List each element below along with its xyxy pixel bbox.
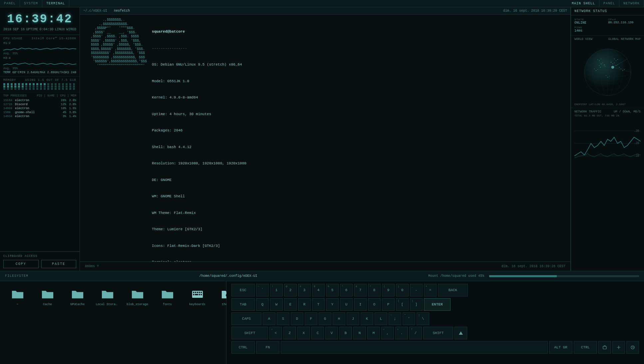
key-7[interactable]: &7 (354, 284, 367, 296)
key-m[interactable]: M (367, 327, 380, 339)
tilde-key[interactable]: ~` (256, 284, 269, 296)
cpu-core1-label: #1-2 (3, 42, 76, 45)
key-l[interactable]: L (375, 312, 387, 325)
file-item-localstorage[interactable]: Local Storage (97, 286, 118, 306)
key-d[interactable]: D (291, 312, 303, 325)
key-6[interactable]: ^6 (340, 284, 353, 296)
key-8[interactable]: *8 (368, 284, 381, 296)
alt-gr-key[interactable]: ALT GR (549, 341, 572, 354)
file-item-blobstorage[interactable]: blob_storage (127, 286, 148, 306)
network-status-header: NETWORK STATUS (571, 7, 644, 15)
bracket-open-key[interactable]: {[ (396, 298, 409, 311)
key-x[interactable]: X (297, 327, 310, 339)
svg-rect-48 (198, 291, 200, 293)
key-1[interactable]: !1 (270, 284, 283, 296)
left-panel: 16:39:42 2018 SEP 16 UPTIME 0:04:30 LINU… (0, 7, 80, 271)
key-j[interactable]: J (347, 312, 359, 325)
svg-point-22 (621, 69, 621, 69)
key-0[interactable]: )0 (396, 284, 409, 296)
ctrl-left-key[interactable]: CTRL (231, 341, 255, 354)
key-z[interactable]: Z (283, 327, 296, 339)
proc-row: 12715Discord12%2.8% (3, 103, 76, 106)
fn-key[interactable]: FN (256, 341, 279, 354)
up-key[interactable] (455, 327, 467, 339)
key-i[interactable]: I (354, 298, 367, 311)
key-a[interactable]: A (263, 312, 275, 325)
caps-key[interactable]: CAPS (231, 312, 261, 325)
key-s[interactable]: S (277, 312, 289, 325)
equals-key[interactable]: += (424, 284, 437, 296)
file-browser[interactable]: ~ Cache GPUCache Local Storage (0, 281, 226, 364)
key-t[interactable]: T (312, 298, 325, 311)
terminal-body[interactable]: .,$$$$$$$,. .,$$$$$$$$$$$$. ,$$$$P*' '""… (80, 15, 570, 262)
slash-key[interactable]: ?/ (409, 327, 422, 339)
special-key-2[interactable] (612, 341, 625, 354)
key-5[interactable]: %5 (326, 284, 339, 296)
date-row: 2018 SEP 16 UPTIME 0:04:30 LINUX WIRED (3, 28, 76, 31)
bracket-close-key[interactable]: }] (410, 298, 423, 311)
file-item-gpucache[interactable]: GPUCache (67, 286, 88, 306)
neofetch-art: .,$$$$$$$,. .,$$$$$$$$$$$$. ,$$$$P*' '""… (85, 18, 147, 262)
key-3[interactable]: #3 (298, 284, 311, 296)
key-v[interactable]: V (325, 327, 338, 339)
world-view-header: WORLD VIEW GLOBAL NETWORK MAP (574, 38, 641, 41)
proc-row: 14934electron3%1.4% (3, 115, 76, 118)
angle-key[interactable]: >< (269, 327, 282, 339)
key-p[interactable]: P (382, 298, 395, 311)
key-f[interactable]: F (305, 312, 317, 325)
space-key[interactable] (281, 341, 548, 354)
quote-key[interactable]: "' (403, 312, 415, 325)
file-item-home[interactable]: ~ (7, 286, 28, 306)
shift-left-key[interactable]: SHIFT (231, 327, 268, 339)
kb-row-5: CTRL FN ALT GR CTRL (231, 341, 639, 354)
key-w[interactable]: W (270, 298, 283, 311)
file-item-fonts[interactable]: fonts (157, 286, 178, 306)
key-e[interactable]: E (284, 298, 297, 311)
backspace-key[interactable]: BACK (438, 284, 468, 296)
svg-text:.20: .20 (634, 141, 639, 145)
copy-button[interactable]: COPY (3, 260, 39, 268)
file-item-keyboards[interactable]: keyboards (186, 286, 208, 306)
tab-key[interactable]: TAB (231, 298, 255, 311)
backslash-key[interactable]: |\ (417, 312, 429, 325)
key-u[interactable]: U (340, 298, 353, 311)
top-bar: PANEL SYSTEM TERMINAL MAIN SHELL PANEL N… (0, 0, 644, 7)
key-4[interactable]: $4 (312, 284, 325, 296)
key-y[interactable]: Y (326, 298, 339, 311)
key-c[interactable]: C (311, 327, 324, 339)
svg-point-21 (597, 69, 598, 70)
esc-key[interactable]: ESC (231, 284, 255, 296)
neofetch-info: squared@batcore ---------------- OS: Deb… (152, 18, 246, 262)
key-k[interactable]: K (361, 312, 373, 325)
filesystem-bar: FILESYSTEM /home/squared/.config/eDEX-UI… (0, 271, 644, 281)
key-n[interactable]: N (353, 327, 366, 339)
folder-icon (130, 286, 145, 301)
special-key-3[interactable] (626, 341, 639, 354)
filesystem-progress-fill (489, 275, 557, 277)
filesystem-progress-bar (489, 275, 639, 277)
folder-icon (160, 286, 175, 301)
key-g[interactable]: G (319, 312, 331, 325)
folder-icon (100, 286, 115, 301)
minus-key[interactable]: _- (410, 284, 423, 296)
comma-key[interactable]: <, (381, 327, 394, 339)
key-r[interactable]: R (298, 298, 311, 311)
key-o[interactable]: O (368, 298, 381, 311)
svg-point-13 (610, 62, 611, 63)
svg-point-25 (606, 75, 606, 76)
enter-key[interactable]: ENTER (424, 298, 451, 311)
ctrl-right-key[interactable]: CTRL (574, 341, 597, 354)
svg-point-27 (609, 76, 610, 77)
shift-right-key[interactable]: SHIFT (423, 327, 453, 339)
file-item-cache[interactable]: Cache (37, 286, 58, 306)
key-h[interactable]: H (333, 312, 345, 325)
key-q[interactable]: Q (256, 298, 269, 311)
special-key-1[interactable] (598, 341, 611, 354)
key-b[interactable]: B (339, 327, 352, 339)
semicolon-key[interactable]: :; (389, 312, 401, 325)
period-key[interactable]: >. (395, 327, 408, 339)
key-2[interactable]: @2 (284, 284, 297, 296)
filesystem-title: FILESYSTEM (5, 274, 28, 278)
key-9[interactable]: (9 (382, 284, 395, 296)
paste-button[interactable]: PASTE (41, 260, 77, 268)
